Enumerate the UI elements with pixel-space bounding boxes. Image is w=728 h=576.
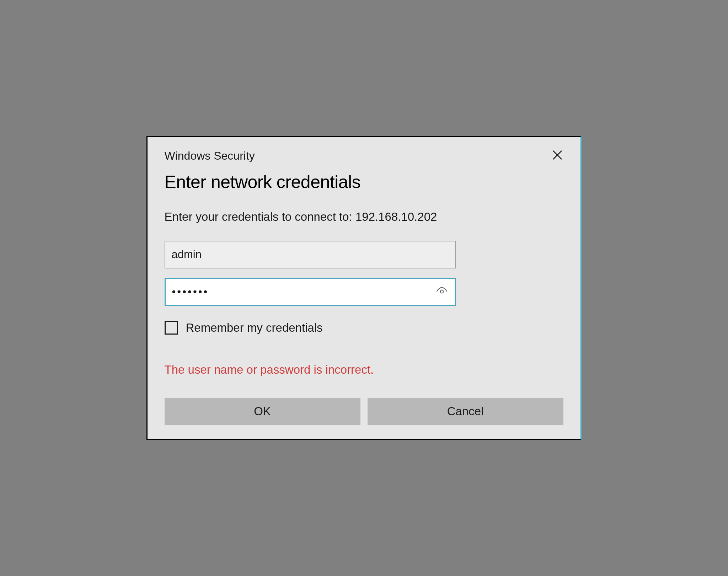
username-group [165,241,456,268]
credentials-dialog: Windows Security Enter network credentia… [146,136,582,440]
password-group [165,278,456,306]
dialog-content: Enter network credentials Enter your cre… [148,168,580,439]
dialog-title: Windows Security [165,149,255,162]
cancel-button[interactable]: Cancel [368,398,563,425]
reveal-password-button[interactable] [435,286,448,298]
titlebar: Windows Security [148,137,580,168]
dialog-heading: Enter network credentials [165,172,563,192]
remember-label[interactable]: Remember my credentials [186,321,323,335]
eye-icon [436,286,448,299]
ok-button[interactable]: OK [165,398,360,425]
remember-row: Remember my credentials [165,321,563,335]
button-row: OK Cancel [165,398,563,425]
username-input[interactable] [165,241,456,268]
close-button[interactable] [548,147,566,165]
password-input[interactable] [165,278,456,306]
connect-subtext: Enter your credentials to connect to: 19… [165,210,563,224]
close-icon [552,149,563,163]
svg-point-2 [440,290,443,293]
remember-checkbox[interactable] [165,321,178,335]
error-message: The user name or password is incorrect. [165,363,563,377]
